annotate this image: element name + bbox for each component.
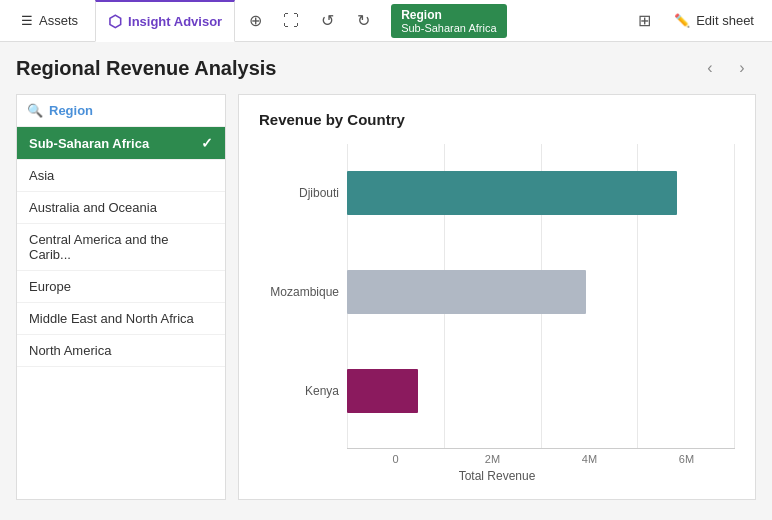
chart-area: Revenue by Country DjiboutiMozambiqueKen… — [238, 94, 756, 500]
insight-label: Insight Advisor — [128, 14, 222, 29]
chart-inner: DjiboutiMozambiqueKenya — [259, 144, 735, 448]
sidebar: 🔍 Region Sub-Saharan Africa✓AsiaAustrali… — [16, 94, 226, 500]
assets-icon: ☰ — [21, 13, 33, 28]
sidebar-item-1[interactable]: Asia — [17, 160, 225, 192]
bar-row-2: Kenya — [259, 369, 735, 413]
grid-icon[interactable]: ⊞ — [628, 5, 660, 37]
search-label: Region — [49, 103, 93, 118]
chart-title: Revenue by Country — [259, 111, 735, 128]
x-axis: 02M4M6M — [347, 448, 735, 465]
bar-track-0 — [347, 171, 735, 215]
insight-icon: ⬡ — [108, 12, 122, 31]
tab-assets[interactable]: ☰ Assets — [8, 0, 91, 42]
x-label-0: 0 — [347, 453, 444, 465]
edit-sheet-button[interactable]: ✏️ Edit sheet — [664, 7, 764, 34]
bar-row-0: Djibouti — [259, 171, 735, 215]
region-badge[interactable]: Region Sub-Saharan Africa — [391, 4, 506, 38]
main-layout: 🔍 Region Sub-Saharan Africa✓AsiaAustrali… — [16, 94, 756, 500]
checkmark-icon: ✓ — [201, 135, 213, 151]
bar-label-1: Mozambique — [259, 285, 339, 299]
badge-title: Region — [401, 8, 442, 22]
page-content: Regional Revenue Analysis ‹ › 🔍 Region S… — [0, 42, 772, 520]
redo-icon[interactable]: ↻ — [347, 5, 379, 37]
edit-icon: ✏️ — [674, 13, 690, 28]
bar-track-1 — [347, 270, 735, 314]
bar-label-0: Djibouti — [259, 186, 339, 200]
sidebar-item-5[interactable]: Middle East and North Africa — [17, 303, 225, 335]
sidebar-item-4[interactable]: Europe — [17, 271, 225, 303]
bar-row-1: Mozambique — [259, 270, 735, 314]
x-axis-title: Total Revenue — [259, 469, 735, 483]
search-icon: 🔍 — [27, 103, 43, 118]
page-nav-arrows: ‹ › — [696, 54, 756, 82]
sidebar-items-container: Sub-Saharan Africa✓AsiaAustralia and Oce… — [17, 127, 225, 367]
bar-track-2 — [347, 369, 735, 413]
bar-fill-0 — [347, 171, 677, 215]
x-label-2: 4M — [541, 453, 638, 465]
sidebar-item-6[interactable]: North America — [17, 335, 225, 367]
edit-sheet-label: Edit sheet — [696, 13, 754, 28]
sidebar-item-3[interactable]: Central America and the Carib... — [17, 224, 225, 271]
assets-label: Assets — [39, 13, 78, 28]
top-nav: ☰ Assets ⬡ Insight Advisor ⊕ ⛶ ↺ ↻ Regio… — [0, 0, 772, 42]
bar-fill-2 — [347, 369, 418, 413]
sidebar-search: 🔍 Region — [17, 95, 225, 127]
next-arrow[interactable]: › — [728, 54, 756, 82]
page-title: Regional Revenue Analysis — [16, 57, 276, 80]
undo-icon[interactable]: ↺ — [311, 5, 343, 37]
bar-chart: DjiboutiMozambiqueKenya — [259, 144, 735, 448]
sidebar-item-2[interactable]: Australia and Oceania — [17, 192, 225, 224]
bar-fill-1 — [347, 270, 586, 314]
bar-label-2: Kenya — [259, 384, 339, 398]
sidebar-item-0[interactable]: Sub-Saharan Africa✓ — [17, 127, 225, 160]
badge-value: Sub-Saharan Africa — [401, 22, 496, 34]
x-label-3: 6M — [638, 453, 735, 465]
fullscreen-icon[interactable]: ⛶ — [275, 5, 307, 37]
chart-container: DjiboutiMozambiqueKenya 02M4M6M Total Re… — [259, 144, 735, 483]
page-title-row: Regional Revenue Analysis ‹ › — [16, 54, 756, 82]
zoom-in-icon[interactable]: ⊕ — [239, 5, 271, 37]
x-label-1: 2M — [444, 453, 541, 465]
tab-insight-advisor[interactable]: ⬡ Insight Advisor — [95, 0, 235, 42]
prev-arrow[interactable]: ‹ — [696, 54, 724, 82]
